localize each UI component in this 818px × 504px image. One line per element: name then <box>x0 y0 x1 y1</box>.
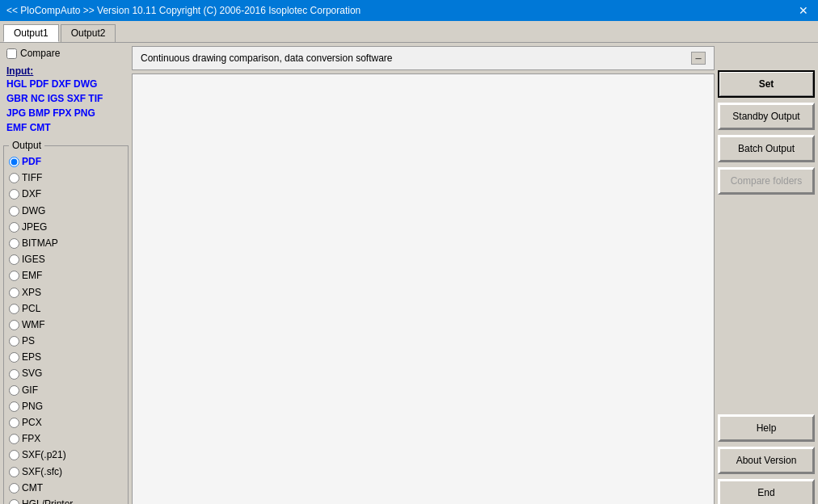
format-tiff[interactable]: TIFF <box>9 170 123 186</box>
bottom-buttons: Help About Version End <box>718 414 815 504</box>
compare-row: Compare <box>3 46 129 61</box>
input-formats: HGL PDF DXF DWG GBR NC IGS SXF TIF JPG B… <box>6 77 125 135</box>
tab-output2[interactable]: Output2 <box>61 24 116 42</box>
batch-output-button[interactable]: Batch Output <box>718 135 815 162</box>
format-wmf[interactable]: WMF <box>9 317 123 333</box>
close-button[interactable]: ✕ <box>795 5 812 16</box>
about-version-button[interactable]: About Version <box>718 447 815 474</box>
compare-folders-button[interactable]: Compare folders <box>718 167 815 195</box>
format-sxfsfc[interactable]: SXF(.sfc) <box>9 464 123 480</box>
input-section: Input: HGL PDF DXF DWG GBR NC IGS SXF TI… <box>3 64 129 136</box>
center-panel: Continuous drawing comparison, data conv… <box>132 46 715 504</box>
format-ps[interactable]: PS <box>9 334 123 349</box>
output-format-list: PDF TIFF DXF DWG JPEG <box>9 154 123 504</box>
info-bar: Continuous drawing comparison, data conv… <box>132 46 715 70</box>
left-panel: Compare Input: HGL PDF DXF DWG GBR NC IG… <box>3 46 129 504</box>
format-dxf[interactable]: DXF <box>9 187 123 202</box>
format-xps[interactable]: XPS <box>9 285 123 300</box>
input-line-4: EMF CMT <box>6 120 125 135</box>
input-line-3: JPG BMP FPX PNG <box>6 106 125 120</box>
standby-output-button[interactable]: Standby Output <box>718 103 815 130</box>
format-jpeg[interactable]: JPEG <box>9 220 123 235</box>
format-bitmap[interactable]: BITMAP <box>9 236 123 251</box>
end-button[interactable]: End <box>718 479 815 504</box>
output-legend: Output <box>9 140 44 151</box>
title-bar-text: << PloCompAuto >> Version 10.11 Copyrigh… <box>6 5 361 16</box>
preview-area <box>132 74 715 504</box>
format-emf[interactable]: EMF <box>9 268 123 284</box>
input-label: Input: <box>6 65 33 77</box>
tab-bar: Output1 Output2 <box>0 21 818 43</box>
format-cmt[interactable]: CMT <box>9 481 123 496</box>
input-line-2: GBR NC IGS SXF TIF <box>6 91 125 106</box>
info-text: Continuous drawing comparison, data conv… <box>141 52 393 64</box>
format-iges[interactable]: IGES <box>9 252 123 267</box>
format-eps[interactable]: EPS <box>9 350 123 365</box>
tab-output1[interactable]: Output1 <box>3 24 59 42</box>
format-pcl[interactable]: PCL <box>9 301 123 317</box>
output-group: Output PDF TIFF DXF DWG <box>3 140 129 504</box>
format-dwg[interactable]: DWG <box>9 204 123 219</box>
minimize-button[interactable]: ─ <box>691 52 706 65</box>
compare-checkbox[interactable] <box>6 48 17 59</box>
compare-label: Compare <box>20 48 60 59</box>
format-svg[interactable]: SVG <box>9 366 123 381</box>
title-bar: << PloCompAuto >> Version 10.11 Copyrigh… <box>0 0 818 21</box>
format-png[interactable]: PNG <box>9 399 123 414</box>
format-pcx[interactable]: PCX <box>9 415 123 430</box>
right-panel: Set Standby Output Batch Output Compare … <box>718 46 815 504</box>
format-sxfp21[interactable]: SXF(.p21) <box>9 447 123 463</box>
format-pdf[interactable]: PDF <box>9 154 123 170</box>
help-button[interactable]: Help <box>718 414 815 442</box>
set-button[interactable]: Set <box>718 70 815 98</box>
input-line-1: HGL PDF DXF DWG <box>6 77 125 91</box>
format-fpx[interactable]: FPX <box>9 431 123 447</box>
format-hgl[interactable]: HGL/Printer <box>9 497 123 504</box>
format-gif[interactable]: GIF <box>9 383 123 398</box>
main-content: Compare Input: HGL PDF DXF DWG GBR NC IG… <box>0 43 818 504</box>
